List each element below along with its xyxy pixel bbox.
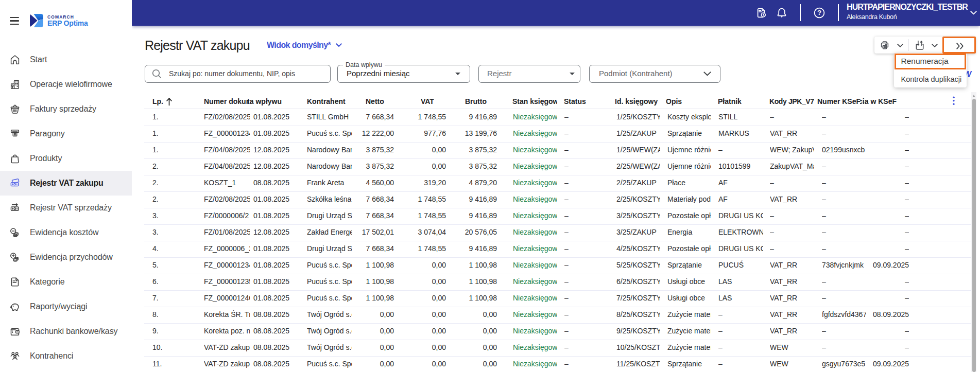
svg-text:?: ? bbox=[817, 9, 821, 16]
